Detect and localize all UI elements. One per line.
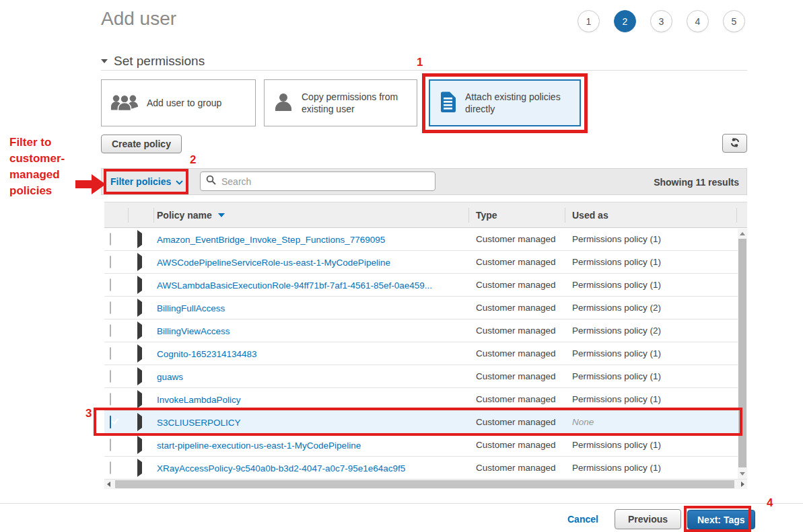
row-checkbox[interactable] [110,461,111,474]
row-checkbox[interactable] [110,439,111,451]
expand-caret-icon[interactable] [137,390,142,408]
policy-name-link[interactable]: start-pipeline-execution-us-east-1-MyCod… [157,441,361,451]
next-tags-button[interactable]: Next: Tags [687,510,755,529]
header-policy-name[interactable]: Policy name [154,208,469,223]
option-attach-existing-policies[interactable]: Attach existing policies directly [429,79,581,126]
policy-name-link[interactable]: S3CLIUSERPOLICY [157,418,241,428]
expand-caret-icon[interactable] [137,413,142,431]
cancel-button[interactable]: Cancel [567,514,598,525]
expand-caret-icon[interactable] [137,253,142,271]
expand-caret-icon[interactable] [137,436,142,454]
horizontal-scroll-thumb[interactable] [115,480,734,488]
option-label: Add user to group [147,97,221,109]
row-checkbox[interactable] [110,301,111,314]
policy-name-link[interactable]: XRayAccessPolicy-9c540a0b-b3d2-4047-a0c7… [157,463,405,473]
table-row[interactable]: Amazon_EventBridge_Invoke_Step_Functions… [104,228,747,251]
row-expand-cell [129,439,154,451]
expand-caret-icon[interactable] [137,299,142,317]
table-row[interactable]: InvokeLambdaPolicy Customer managed Perm… [104,388,747,411]
row-checkbox[interactable] [110,347,111,360]
policy-name-link[interactable]: Amazon_EventBridge_Invoke_Step_Functions… [157,235,385,245]
option-label: Copy permissions from existing user [302,91,408,115]
horizontal-scrollbar[interactable] [104,480,747,489]
step-4: 4 [687,10,709,32]
row-checkbox-cell [104,462,129,474]
policy-used-as-cell: Permissions policy (1) [565,280,737,290]
policy-used-as-cell: Permissions policy (1) [565,371,737,381]
policy-type-cell: Customer managed [469,348,565,358]
policy-name-cell: Cognito-1652314134483 [154,348,469,360]
scroll-up-icon[interactable] [740,232,745,235]
policy-used-as-cell: Permissions policy (2) [565,326,737,336]
policy-name-link[interactable]: BillingFullAccess [157,303,225,313]
row-expand-cell [129,416,154,428]
expand-caret-icon[interactable] [137,276,142,294]
row-checkbox[interactable] [110,278,111,291]
row-checkbox[interactable] [110,416,111,428]
option-add-user-to-group[interactable]: Add user to group [101,79,256,126]
scroll-down-icon[interactable] [740,472,745,476]
row-checkbox[interactable] [110,324,111,337]
policy-type-cell: Customer managed [469,326,565,336]
expand-caret-icon[interactable] [137,367,142,385]
policy-name-cell: guaws [154,371,469,383]
add-user-page: Add user 1 2 3 4 5 Set permissions Add u… [0,0,803,532]
policy-name-link[interactable]: AWSLambdaBasicExecutionRole-94ff71bf-7af… [157,280,432,291]
user-icon [273,92,293,114]
scroll-right-icon[interactable] [741,482,744,487]
table-row[interactable]: AWSCodePipelineServiceRole-us-east-1-MyC… [104,251,747,274]
expand-caret-icon[interactable] [137,321,142,340]
policy-used-as-cell: Permissions policy (1) [565,234,737,244]
expand-caret-icon[interactable] [137,459,142,477]
header-scroll-gutter [737,208,746,223]
vertical-scrollbar[interactable] [738,229,747,479]
set-permissions-header[interactable]: Set permissions [101,54,205,69]
row-expand-cell [129,348,154,360]
option-label: Attach existing policies directly [465,91,571,115]
row-checkbox[interactable] [110,233,111,245]
expand-caret-icon[interactable] [137,230,142,248]
row-checkbox[interactable] [110,256,111,268]
policy-used-as-cell: Permissions policy (1) [565,440,737,450]
search-input[interactable] [220,176,429,188]
row-expand-cell [129,302,154,314]
table-row[interactable]: S3CLIUSERPOLICY Customer managed None [104,411,747,434]
section-title: Set permissions [114,54,205,69]
table-row[interactable]: guaws Customer managed Permissions polic… [104,365,747,388]
create-policy-button[interactable]: Create policy [101,135,182,153]
header-expand-column [129,208,154,223]
row-checkbox-cell [104,393,129,406]
chevron-down-icon [176,176,183,187]
header-used-as: Used as [565,208,737,223]
policy-name-link[interactable]: InvokeLambdaPolicy [157,395,241,405]
refresh-button[interactable] [722,134,747,153]
policy-name-cell: BillingFullAccess [154,302,469,314]
previous-button[interactable]: Previous [615,509,681,529]
expand-caret-icon[interactable] [137,344,142,363]
policy-type-cell: Customer managed [469,440,565,450]
row-expand-cell [129,325,154,337]
table-row[interactable]: Cognito-1652314134483 Customer managed P… [104,342,747,365]
row-checkbox-cell [104,416,129,428]
vertical-scroll-thumb[interactable] [738,239,746,467]
option-copy-permissions[interactable]: Copy permissions from existing user [264,79,417,126]
annotation-number-2: 2 [190,153,196,167]
policy-name-link[interactable]: AWSCodePipelineServiceRole-us-east-1-MyC… [157,258,390,268]
policy-used-as-cell: None [565,417,737,427]
table-row[interactable]: start-pipeline-execution-us-east-1-MyCod… [104,434,747,457]
table-row[interactable]: BillingViewAccess Customer managed Permi… [104,319,747,342]
policy-name-link[interactable]: guaws [157,372,183,382]
scroll-left-icon[interactable] [107,482,110,487]
row-expand-cell [129,371,154,383]
table-row[interactable]: XRayAccessPolicy-9c540a0b-b3d2-4047-a0c7… [104,457,747,480]
policy-type-cell: Customer managed [469,303,565,313]
row-checkbox-cell [104,233,129,245]
table-row[interactable]: BillingFullAccess Customer managed Permi… [104,297,747,319]
row-checkbox[interactable] [110,393,111,406]
policy-name-cell: AWSCodePipelineServiceRole-us-east-1-MyC… [154,256,469,268]
policy-name-link[interactable]: BillingViewAccess [157,326,230,336]
row-checkbox[interactable] [110,370,111,383]
policy-name-link[interactable]: Cognito-1652314134483 [157,349,257,359]
filter-policies-dropdown[interactable]: Filter policies [110,176,183,187]
table-row[interactable]: AWSLambdaBasicExecutionRole-94ff71bf-7af… [104,274,747,297]
